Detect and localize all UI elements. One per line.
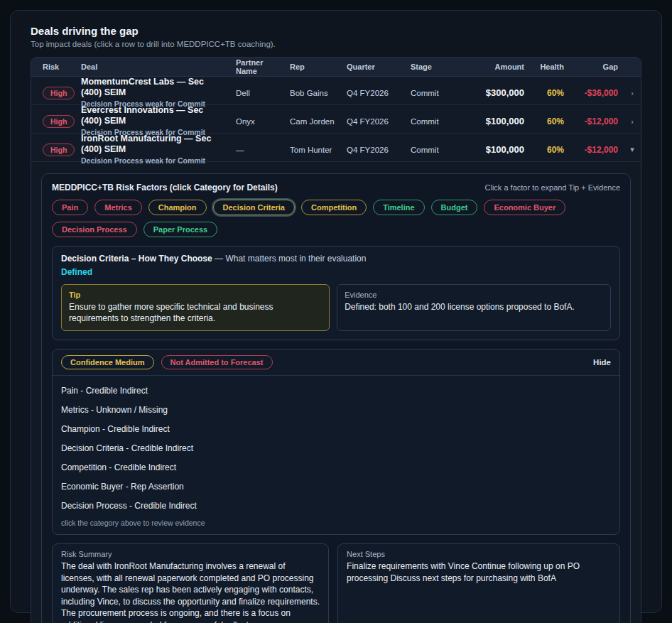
deals-card: Deals driving the gap Top impact deals (…: [10, 10, 662, 613]
next-steps-text: Finalize requirements with Vince Continu…: [347, 560, 611, 584]
tip-text: Ensure to gather more specific technical…: [69, 301, 322, 324]
quarter: Q4 FY2026: [341, 146, 405, 154]
gap: -$12,000: [570, 145, 624, 155]
confidence-box: Confidence Medium Not Admitted to Foreca…: [52, 349, 620, 535]
evidence-label: Evidence: [345, 291, 603, 299]
chevron-right-icon[interactable]: ›: [624, 89, 641, 97]
risk-badge: High: [43, 87, 75, 99]
page-subtitle: Top impact deals (click a row to drill i…: [31, 40, 651, 48]
partner-name: —: [230, 146, 284, 154]
stage: Commit: [405, 117, 466, 126]
hide-button[interactable]: Hide: [593, 358, 611, 367]
panel-title: MEDDPICC+TB Risk Factors (click Category…: [52, 183, 278, 193]
stage: Commit: [405, 89, 466, 97]
risk-badge: High: [43, 115, 75, 128]
factor-detail-box: Decision Criteria – How They Choose — Wh…: [52, 246, 620, 340]
col-deal: Deal: [75, 63, 230, 71]
evidence-box: Evidence Defined: both 100 and 200 licen…: [337, 284, 611, 331]
forecast-badge: Not Admitted to Forecast: [161, 355, 273, 369]
factor-status: Defined: [61, 267, 611, 277]
table-row[interactable]: High Evercrest Innovations — Sec (400) S…: [31, 105, 641, 134]
risk-summary-text: The deal with IronRoot Manufacturing inv…: [61, 560, 320, 623]
factor-detail-title: Decision Criteria – How They Choose: [61, 254, 212, 264]
deal-name: IronRoot Manufacturing — Sec (400) SEIM: [81, 134, 224, 155]
factor-chip-champion[interactable]: Champion: [148, 200, 207, 215]
list-item: Economic Buyer - Rep Assertion: [61, 480, 611, 493]
col-gap: Gap: [570, 63, 624, 71]
gap: -$12,000: [570, 117, 624, 126]
chevron-down-icon[interactable]: ▾: [624, 145, 641, 154]
factor-chip-budget[interactable]: Budget: [431, 200, 478, 215]
health: 60%: [530, 88, 570, 98]
list-item: Pain - Credible Indirect: [61, 384, 611, 397]
factor-chip-timeline[interactable]: Timeline: [373, 200, 424, 215]
risk-summary-label: Risk Summary: [61, 550, 320, 558]
health: 60%: [530, 145, 570, 155]
page-title: Deals driving the gap: [31, 25, 651, 37]
rep-name: Cam Jorden: [284, 117, 341, 126]
amount: $100,000: [466, 144, 530, 155]
list-item: Metrics - Unknown / Missing: [61, 403, 611, 416]
expanded-detail-zone: MEDDPICC+TB Risk Factors (click Category…: [31, 162, 641, 623]
factor-chip-decision-criteria[interactable]: Decision Criteria: [213, 200, 295, 215]
col-stage: Stage: [405, 63, 466, 71]
factor-chip-paper-process[interactable]: Paper Process: [143, 222, 217, 237]
chevron-right-icon[interactable]: ›: [624, 117, 641, 126]
stage: Commit: [405, 146, 466, 154]
meddpicc-panel: MEDDPICC+TB Risk Factors (click Category…: [41, 173, 631, 623]
factor-chips: Pain Metrics Champion Decision Criteria …: [52, 200, 620, 237]
table-row[interactable]: High MomentumCrest Labs — Sec (400) SEIM…: [31, 77, 641, 105]
quarter: Q4 FY2026: [341, 89, 405, 97]
partner-name: Onyx: [230, 117, 284, 126]
risk-summary-box: Risk Summary The deal with IronRoot Manu…: [52, 543, 329, 623]
factor-chip-economic-buyer[interactable]: Economic Buyer: [484, 200, 565, 215]
list-item: Decision Process - Credible Indirect: [61, 499, 611, 512]
col-partner: Partner Name: [230, 58, 284, 75]
col-health: Health: [530, 63, 570, 71]
deal-name: MomentumCrest Labs — Sec (400) SEIM: [81, 77, 224, 98]
table-row-expanded[interactable]: High IronRoot Manufacturing — Sec (400) …: [31, 134, 641, 162]
partner-name: Dell: [230, 89, 284, 97]
confidence-badge: Confidence Medium: [61, 355, 154, 369]
col-quarter: Quarter: [341, 63, 405, 71]
amount: $300,000: [466, 87, 530, 98]
table-header-row: Risk Deal Partner Name Rep Quarter Stage…: [31, 58, 641, 77]
factor-chip-competition[interactable]: Competition: [301, 200, 367, 215]
factor-chip-metrics[interactable]: Metrics: [94, 200, 142, 215]
panel-hint: Click a factor to expand Tip + Evidence: [485, 183, 620, 192]
factor-chip-decision-process[interactable]: Decision Process: [52, 222, 137, 237]
list-item: Champion - Credible Indirect: [61, 423, 611, 435]
amount: $100,000: [466, 116, 530, 126]
deal-name: Evercrest Innovations — Sec (400) SEIM: [81, 105, 224, 126]
quarter: Q4 FY2026: [341, 117, 405, 126]
tip-box: Tip Ensure to gather more specific techn…: [61, 284, 330, 331]
evidence-text: Defined: both 100 and 200 license option…: [345, 301, 603, 313]
list-item: Decision Criteria - Credible Indirect: [61, 442, 611, 455]
rep-name: Bob Gains: [284, 89, 341, 97]
list-footnote: click the category above to review evide…: [61, 519, 611, 527]
gap: -$36,000: [570, 88, 624, 98]
list-item: Competition - Credible Indirect: [61, 461, 611, 474]
col-risk: Risk: [31, 63, 75, 71]
category-evidence-list: Pain - Credible Indirect Metrics - Unkno…: [53, 376, 619, 534]
deal-note: Decision Process weak for Commit: [81, 156, 224, 166]
factor-detail-subtitle: — What matters most in their evaluation: [212, 254, 367, 264]
rep-name: Tom Hunter: [284, 146, 341, 154]
risk-badge: High: [43, 143, 75, 156]
health: 60%: [530, 117, 570, 126]
tip-label: Tip: [69, 291, 322, 299]
deals-table: Risk Deal Partner Name Rep Quarter Stage…: [31, 57, 641, 623]
col-rep: Rep: [284, 63, 341, 71]
next-steps-label: Next Steps: [347, 550, 611, 558]
col-amount: Amount: [466, 63, 530, 71]
factor-chip-pain[interactable]: Pain: [52, 200, 88, 215]
next-steps-box: Next Steps Finalize requirements with Vi…: [337, 543, 620, 623]
